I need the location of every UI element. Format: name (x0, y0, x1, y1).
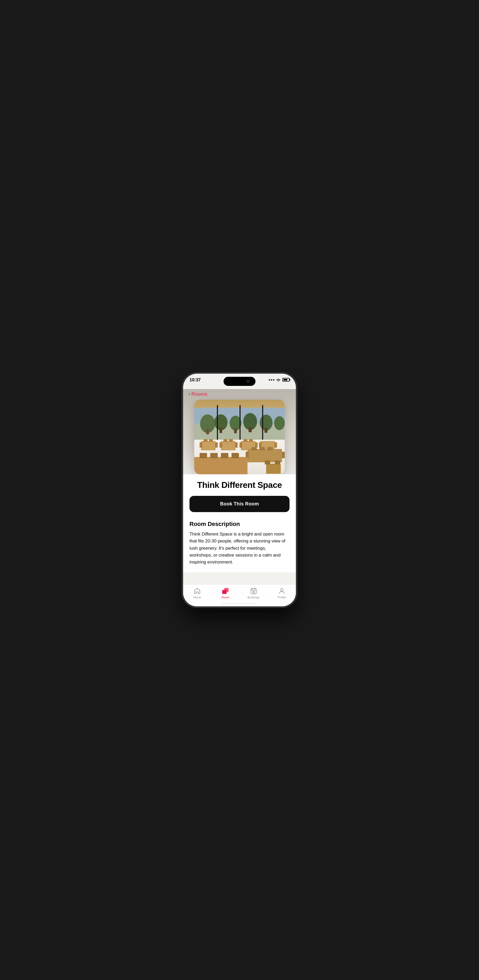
room-image-placeholder (194, 400, 285, 474)
svg-rect-44 (252, 447, 257, 450)
svg-rect-43 (282, 452, 285, 458)
tab-home-label: Home (193, 596, 201, 599)
svg-rect-27 (209, 439, 213, 442)
svg-rect-31 (224, 439, 227, 442)
svg-point-61 (281, 589, 283, 591)
svg-rect-24 (200, 442, 202, 448)
svg-rect-34 (240, 442, 242, 448)
signal-dot-3 (273, 379, 274, 380)
svg-rect-37 (249, 439, 253, 442)
bookings-icon (250, 587, 257, 595)
svg-rect-58 (222, 590, 227, 594)
svg-rect-35 (255, 442, 258, 448)
svg-rect-32 (229, 439, 233, 442)
signal-dot-2 (271, 379, 272, 380)
svg-rect-25 (215, 442, 218, 448)
svg-rect-52 (221, 453, 228, 458)
svg-rect-39 (259, 442, 262, 448)
signal-dots (269, 379, 274, 380)
battery-icon (282, 378, 290, 382)
svg-rect-56 (275, 460, 280, 465)
signal-dot-1 (269, 379, 270, 380)
room-icon (222, 587, 229, 595)
svg-rect-47 (194, 457, 247, 474)
svg-rect-36 (243, 439, 247, 442)
phone-screen: 10:37 (183, 374, 296, 606)
svg-rect-55 (265, 460, 270, 465)
svg-rect-30 (235, 442, 238, 448)
svg-rect-9 (220, 428, 222, 433)
tab-bookings-label: Bookings (247, 596, 259, 599)
svg-rect-53 (232, 453, 239, 458)
room-title-section: Think Different Space (183, 474, 296, 494)
svg-rect-45 (259, 447, 265, 450)
tab-home[interactable]: Home (183, 587, 211, 599)
tab-room-label: Room (221, 596, 229, 599)
svg-rect-51 (210, 453, 218, 458)
svg-rect-18 (240, 405, 241, 442)
back-chevron-icon: ‹ (189, 391, 190, 397)
description-section: Room Description Think Different Space i… (183, 519, 296, 572)
scroll-area[interactable]: ‹ Rooms (183, 389, 296, 584)
svg-rect-29 (220, 442, 222, 448)
home-icon (194, 587, 201, 595)
tab-bar: Home Room (183, 584, 296, 606)
svg-rect-11 (234, 428, 237, 433)
tab-room[interactable]: Room (211, 587, 240, 599)
status-time: 10:37 (189, 377, 201, 383)
room-image (194, 400, 285, 474)
svg-rect-13 (249, 428, 252, 432)
book-this-room-button[interactable]: Book This Room (189, 496, 290, 512)
description-text: Think Different Space is a bright and op… (189, 531, 290, 566)
svg-rect-40 (274, 442, 277, 448)
svg-rect-26 (204, 439, 208, 442)
front-camera (246, 380, 250, 383)
battery-fill (284, 379, 287, 380)
svg-rect-54 (266, 464, 281, 474)
svg-rect-41 (247, 449, 282, 462)
profile-icon (278, 587, 285, 595)
back-navigation[interactable]: ‹ Rooms (183, 389, 296, 400)
wifi-icon (276, 378, 281, 382)
status-icons (269, 377, 290, 382)
description-heading: Room Description (189, 520, 290, 528)
svg-point-16 (274, 416, 285, 430)
svg-rect-7 (206, 429, 209, 434)
content-area: Think Different Space Book This Room Roo… (183, 474, 296, 572)
phone-frame: 10:37 (182, 373, 297, 607)
dynamic-island (224, 377, 255, 386)
room-title: Think Different Space (189, 480, 290, 490)
tab-bookings[interactable]: Bookings (240, 587, 268, 599)
svg-rect-19 (262, 405, 263, 442)
svg-rect-17 (217, 405, 218, 442)
svg-rect-46 (268, 447, 273, 450)
tab-profile[interactable]: Profile (268, 587, 296, 599)
svg-rect-23 (201, 441, 216, 450)
tab-profile-label: Profile (278, 596, 286, 599)
back-label[interactable]: Rooms (191, 391, 207, 397)
svg-rect-50 (200, 453, 207, 458)
svg-rect-28 (221, 441, 236, 450)
svg-rect-15 (265, 428, 268, 433)
